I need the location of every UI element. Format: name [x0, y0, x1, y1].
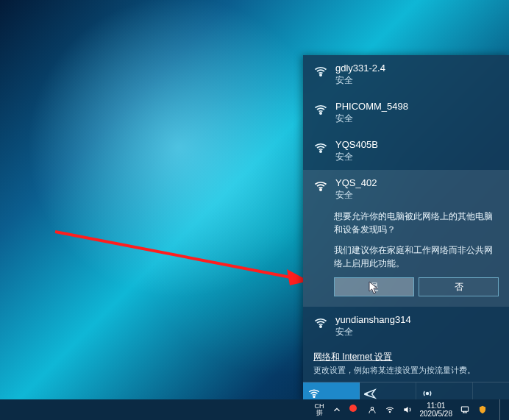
ime-indicator[interactable]: CH 拼 [315, 403, 324, 416]
svg-point-10 [371, 407, 374, 410]
yes-button[interactable]: 是 [334, 277, 414, 296]
svg-line-0 [55, 232, 294, 278]
svg-point-4 [320, 151, 321, 152]
ime-mode: 拼 [316, 410, 323, 416]
svg-point-11 [389, 411, 391, 413]
button-label: 是 [370, 281, 379, 293]
taskbar: CH 拼 11:01 2020/5/28 [0, 399, 509, 420]
action-center-icon[interactable] [460, 405, 470, 415]
hotspot-icon [421, 387, 434, 400]
taskbar-clock[interactable]: 11:01 2020/5/28 [420, 402, 453, 418]
prompt-line: 我们建议你在家庭和工作网络而非公共网络上启用此功能。 [334, 243, 499, 270]
network-status: 安全 [335, 74, 385, 86]
annotation-arrow [51, 228, 309, 287]
no-button[interactable]: 否 [419, 277, 499, 296]
wifi-tray-icon[interactable] [385, 405, 395, 415]
wifi-icon [313, 140, 328, 155]
svg-point-9 [427, 393, 429, 395]
button-label: 否 [455, 281, 463, 293]
network-item[interactable]: yundianshang314 安全 [303, 307, 509, 345]
svg-rect-12 [461, 407, 468, 411]
network-flyout: gdly331-2.4 安全 PHICOMM_5498 安全 [303, 55, 509, 401]
shield-icon[interactable] [477, 405, 488, 415]
network-settings-desc: 更改设置，例如将某连接设置为按流量计费。 [303, 365, 509, 382]
network-item[interactable]: gdly331-2.4 安全 [303, 55, 509, 93]
people-icon[interactable] [367, 405, 377, 415]
desktop-background: gdly331-2.4 安全 PHICOMM_5498 安全 [0, 0, 509, 420]
record-icon[interactable] [349, 405, 360, 415]
volume-icon[interactable] [402, 405, 413, 415]
discovery-prompt: 想要允许你的电脑被此网络上的其他电脑和设备发现吗？ 我们建议你在家庭和工作网络而… [334, 210, 499, 270]
wifi-icon [313, 316, 328, 330]
network-status: 安全 [335, 189, 377, 201]
network-item[interactable]: YQS405B 安全 [303, 132, 509, 170]
wifi-icon [313, 179, 328, 193]
tray-chevron-icon[interactable] [332, 405, 342, 415]
network-settings-link[interactable]: 网络和 Internet 设置 [313, 352, 392, 362]
network-item-expanded[interactable]: YQS_402 安全 想要允许你的电脑被此网络上的其他电脑和设备发现吗？ 我们建… [303, 170, 509, 307]
svg-point-5 [320, 189, 321, 191]
network-item[interactable]: PHICOMM_5498 安全 [303, 93, 509, 132]
prompt-line: 想要允许你的电脑被此网络上的其他电脑和设备发现吗？ [334, 210, 499, 236]
svg-point-7 [320, 326, 321, 327]
clock-time: 11:01 [427, 402, 445, 410]
network-status: 安全 [335, 151, 378, 163]
network-ssid: yundianshang314 [335, 314, 411, 326]
airplane-icon [364, 387, 377, 400]
clock-date: 2020/5/28 [420, 410, 453, 418]
network-ssid: gdly331-2.4 [335, 63, 385, 74]
svg-point-3 [320, 113, 321, 114]
network-list: gdly331-2.4 安全 PHICOMM_5498 安全 [303, 55, 509, 345]
network-ssid: YQS_402 [335, 177, 377, 189]
show-desktop-button[interactable] [499, 399, 505, 420]
svg-point-8 [313, 396, 315, 398]
network-status: 安全 [335, 326, 411, 338]
svg-point-2 [320, 74, 321, 76]
network-ssid: PHICOMM_5498 [335, 101, 408, 113]
network-status: 安全 [335, 113, 408, 124]
wifi-icon [307, 387, 321, 400]
wifi-icon [313, 102, 328, 117]
network-ssid: YQS405B [335, 139, 378, 151]
wifi-icon [313, 64, 328, 79]
